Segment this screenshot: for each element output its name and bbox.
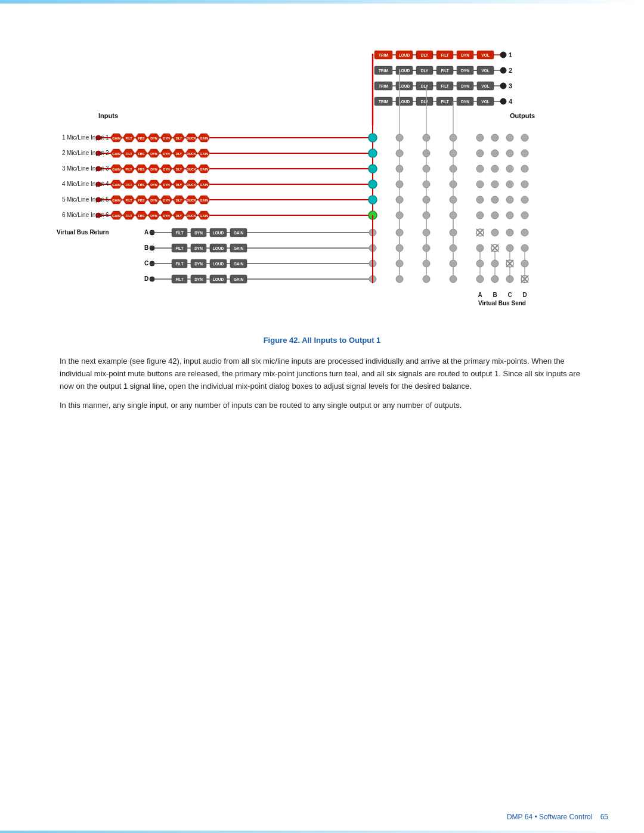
svg-point-119 [450,134,457,141]
svg-point-155 [450,150,457,157]
svg-text:1: 1 [62,134,66,141]
svg-text:5: 5 [62,196,66,203]
svg-text:LOUD: LOUD [213,246,224,250]
svg-point-267 [521,196,528,203]
svg-text:GAIN: GAIN [112,199,120,202]
svg-text:GAIN: GAIN [234,262,244,266]
svg-point-265 [491,196,499,203]
svg-point-191 [450,165,457,172]
svg-point-264 [476,196,484,203]
svg-text:4: 4 [509,98,513,105]
svg-text:DYN: DYN [150,183,157,187]
svg-point-159 [521,150,528,157]
svg-point-158 [506,150,513,157]
svg-text:DYN: DYN [194,262,203,266]
svg-point-231 [521,181,528,188]
svg-text:GAIN: GAIN [200,168,208,171]
svg-point-263 [450,196,457,203]
svg-point-260 [369,196,377,204]
svg-text:GAIN: GAIN [200,199,208,202]
body-text: In the next example (see figure 42), inp… [60,355,584,412]
svg-text:DLY: DLY [421,69,429,73]
svg-point-189 [396,165,403,172]
svg-text:FBS: FBS [138,199,145,202]
svg-point-154 [423,150,430,157]
svg-text:DUCK: DUCK [187,214,196,218]
svg-text:DYN: DYN [461,69,469,73]
svg-point-120 [476,134,484,141]
svg-point-402 [491,275,499,283]
svg-text:Virtual Bus Send: Virtual Bus Send [478,300,526,306]
svg-point-194 [506,165,513,172]
svg-text:DYN: DYN [150,199,157,202]
body-paragraph-2: In this manner, any single input, or any… [60,400,584,412]
svg-point-358 [150,261,154,266]
svg-text:DYN: DYN [194,246,203,250]
svg-point-188 [369,165,377,173]
svg-point-118 [423,134,430,141]
svg-text:DYN: DYN [150,137,157,140]
output-chain-2: TRIM LOUD DLY FILT DYN VOL 2 [374,66,512,75]
svg-text:C: C [144,260,148,267]
svg-point-117 [396,134,403,141]
svg-text:D: D [144,275,148,282]
svg-point-266 [506,196,513,203]
svg-text:VOL: VOL [481,53,489,57]
svg-point-308 [150,230,154,235]
top-decorative-bar [0,0,644,4]
output-chain-4: TRIM LOUD DLY FILT DYN VOL 4 [374,97,513,106]
svg-text:FBS: FBS [138,183,145,187]
svg-text:Mic/Line Input 4: Mic/Line Input 4 [67,181,109,187]
svg-text:DUCK: DUCK [187,137,196,140]
svg-point-377 [491,260,499,267]
svg-point-401 [476,275,484,283]
svg-text:GAIN: GAIN [112,168,120,171]
svg-point-193 [491,165,499,172]
svg-text:LOUD: LOUD [399,100,410,104]
svg-text:Mic/Line Input 6: Mic/Line Input 6 [67,212,109,218]
svg-text:GAIN: GAIN [112,152,120,156]
svg-point-228 [476,181,484,188]
output-chain-3: TRIM LOUD DLY FILT DYN VOL 3 [374,82,512,90]
svg-text:DYN: DYN [194,277,203,281]
svg-text:FILT: FILT [125,168,132,171]
svg-text:GAIN: GAIN [200,214,208,218]
svg-text:LOUD: LOUD [399,53,410,57]
svg-text:FBS: FBS [138,214,145,218]
svg-point-356 [521,244,528,252]
svg-text:FILT: FILT [125,214,132,218]
svg-text:Mic/Line Input 5: Mic/Line Input 5 [67,196,109,203]
svg-point-80 [500,98,506,104]
svg-point-190 [423,165,430,172]
svg-text:GAIN: GAIN [234,231,244,235]
svg-text:DYN: DYN [194,231,203,235]
svg-point-116 [369,134,377,142]
svg-text:LOUD: LOUD [213,231,224,235]
svg-point-195 [521,165,528,172]
svg-text:6: 6 [62,212,66,218]
footer-text: DMP 64 • Software Control 65 [507,813,608,821]
svg-text:DYN: DYN [163,214,170,218]
svg-text:FILT: FILT [441,100,448,104]
svg-text:TRIM: TRIM [379,100,388,104]
svg-text:FILT: FILT [125,152,132,156]
svg-text:DYN: DYN [163,183,170,187]
svg-text:C: C [507,292,512,298]
svg-text:DLY: DLY [176,214,182,218]
svg-text:B: B [493,292,497,298]
svg-point-330 [506,229,513,236]
svg-text:VOL: VOL [481,100,489,104]
svg-text:DYN: DYN [461,100,469,104]
svg-text:DYN: DYN [163,152,170,156]
svg-text:DLY: DLY [176,168,182,171]
svg-point-376 [476,260,484,267]
svg-point-121 [491,134,499,141]
svg-point-152 [369,149,377,157]
svg-text:DLY: DLY [176,183,182,187]
svg-point-261 [396,196,403,203]
body-paragraph-1: In the next example (see figure 42), inp… [60,355,584,392]
svg-text:LOUD: LOUD [213,277,224,281]
svg-text:FILT: FILT [125,199,132,202]
svg-text:DYN: DYN [150,168,157,171]
svg-text:GAIN: GAIN [112,137,120,140]
